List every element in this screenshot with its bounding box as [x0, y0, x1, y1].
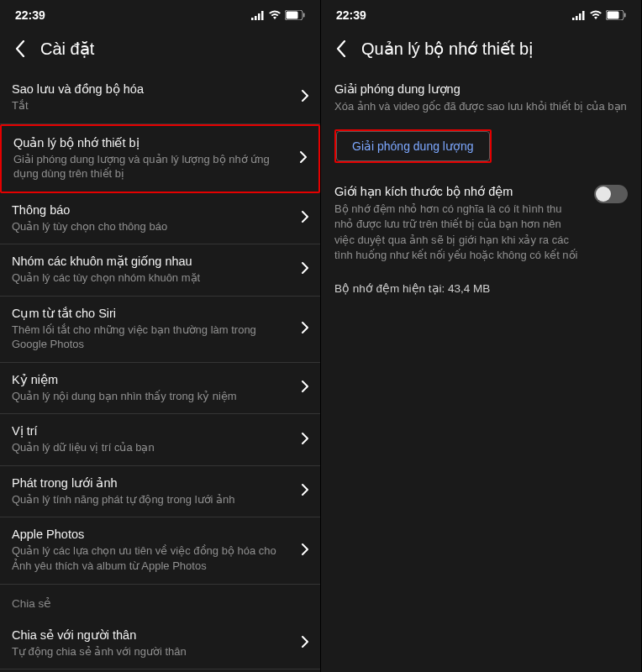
block-sub: Bộ nhớ đệm nhỏ hơn có nghĩa là có ít hìn…	[334, 202, 582, 263]
chevron-left-icon	[336, 40, 346, 57]
battery-icon	[606, 10, 626, 20]
signal-icon	[572, 11, 586, 20]
chevron-right-icon	[302, 543, 308, 559]
chevron-right-icon	[300, 151, 307, 166]
item-grid-playback[interactable]: Phát trong lưới ảnh Quản lý tính năng ph…	[0, 466, 320, 518]
chevron-right-icon	[302, 381, 308, 396]
section-share: Chia sẻ	[0, 585, 320, 618]
svg-rect-6	[303, 13, 305, 18]
item-location[interactable]: Vị trí Quản lý dữ liệu vị trí của bạn	[0, 414, 320, 466]
svg-rect-12	[608, 12, 619, 19]
manage-storage-screen: 22:39 Quản lý bộ nhớ thiết bị Giải phóng…	[321, 0, 642, 672]
item-apple-photos[interactable]: Apple Photos Quản lý các lựa chọn ưu tiê…	[0, 517, 320, 584]
item-title: Sao lưu và đồng bộ hóa	[12, 82, 292, 96]
chevron-right-icon	[302, 322, 308, 337]
item-title: Kỷ niệm	[12, 373, 292, 386]
svg-rect-2	[258, 13, 260, 20]
svg-rect-9	[579, 13, 581, 20]
block-title: Giới hạn kích thước bộ nhớ đệm	[334, 185, 582, 198]
battery-icon	[285, 10, 305, 20]
header: Quản lý bộ nhớ thiết bị	[321, 30, 641, 72]
item-share-partner[interactable]: Chia sẻ với người thân Tự động chia sẻ ả…	[0, 618, 320, 670]
status-time: 22:39	[336, 8, 366, 22]
item-sub: Tự động chia sẻ ảnh với người thân	[12, 644, 292, 659]
highlight-box: Giải phóng dung lượng	[334, 129, 492, 163]
item-title: Phát trong lưới ảnh	[12, 476, 292, 490]
settings-screen: 22:39 Cài đặt Sao lưu và đồng bộ hóa Tắt	[0, 0, 321, 672]
item-sub: Quản lý tùy chọn cho thông báo	[12, 219, 292, 234]
item-sub: Quản lý tính năng phát tự động trong lướ…	[12, 492, 292, 507]
item-backup-sync[interactable]: Sao lưu và đồng bộ hóa Tắt	[0, 72, 320, 124]
item-notifications[interactable]: Thông báo Quản lý tùy chọn cho thông báo	[0, 193, 320, 245]
status-bar: 22:39	[0, 0, 320, 30]
svg-rect-7	[572, 18, 575, 20]
item-sub: Thêm lối tắt cho những việc bạn thường l…	[12, 323, 292, 352]
chevron-right-icon	[302, 636, 308, 651]
block-sub: Xóa ảnh và video gốc đã được sao lưu khỏ…	[334, 99, 628, 114]
chevron-right-icon	[302, 262, 308, 277]
item-face-groups[interactable]: Nhóm các khuôn mặt giống nhau Quản lý cá…	[0, 244, 320, 297]
svg-rect-10	[582, 11, 585, 20]
chevron-right-icon	[302, 90, 308, 105]
item-title: Cụm từ tắt cho Siri	[12, 307, 292, 320]
back-button[interactable]	[12, 40, 29, 57]
svg-rect-13	[624, 13, 626, 18]
back-button[interactable]	[333, 40, 350, 57]
item-title: Quản lý bộ nhớ thiết bị	[13, 136, 290, 150]
block-title: Giải phóng dung lượng	[334, 82, 628, 96]
page-title: Quản lý bộ nhớ thiết bị	[361, 39, 534, 59]
item-title: Thông báo	[12, 203, 292, 217]
status-time: 22:39	[15, 8, 45, 22]
item-siri-shortcuts[interactable]: Cụm từ tắt cho Siri Thêm lối tắt cho nhữ…	[0, 297, 320, 363]
svg-rect-1	[255, 16, 257, 20]
svg-rect-0	[251, 18, 254, 20]
svg-rect-3	[261, 11, 264, 20]
chevron-right-icon	[302, 484, 308, 499]
item-sub: Quản lý dữ liệu vị trí của bạn	[12, 440, 292, 455]
current-cache-size: Bộ nhớ đệm hiện tại: 43,4 MB	[321, 273, 641, 303]
status-icons	[572, 10, 626, 20]
wifi-icon	[268, 10, 282, 20]
svg-rect-8	[576, 16, 578, 20]
item-title: Apple Photos	[12, 528, 292, 541]
free-up-space-button[interactable]: Giải phóng dung lượng	[336, 131, 490, 161]
item-sub: Tắt	[12, 98, 292, 113]
header: Cài đặt	[0, 30, 320, 72]
item-sub: Quản lý nội dung bạn nhìn thấy trong kỷ …	[12, 389, 292, 404]
limit-cache-row: Giới hạn kích thước bộ nhớ đệm Bộ nhớ đệ…	[321, 175, 641, 273]
item-sub: Giải phóng dung lượng và quản lý lượng b…	[13, 152, 290, 181]
free-up-button-wrap: Giải phóng dung lượng	[321, 124, 641, 175]
item-title: Nhóm các khuôn mặt giống nhau	[12, 255, 292, 268]
status-icons	[251, 10, 305, 20]
wifi-icon	[589, 10, 603, 20]
free-up-space-block: Giải phóng dung lượng Xóa ảnh và video g…	[321, 72, 641, 124]
page-title: Cài đặt	[40, 39, 94, 59]
item-manage-storage[interactable]: Quản lý bộ nhớ thiết bị Giải phóng dung …	[0, 124, 320, 193]
chevron-right-icon	[302, 433, 308, 448]
item-sub: Quản lý các lựa chọn ưu tiên về việc đồn…	[12, 543, 292, 573]
status-bar: 22:39	[321, 0, 641, 30]
item-memories[interactable]: Kỷ niệm Quản lý nội dung bạn nhìn thấy t…	[0, 363, 320, 415]
chevron-left-icon	[15, 40, 25, 57]
signal-icon	[251, 11, 265, 20]
settings-list: Sao lưu và đồng bộ hóa Tắt Quản lý bộ nh…	[0, 72, 320, 672]
item-title: Chia sẻ với người thân	[12, 628, 292, 642]
svg-rect-5	[287, 12, 298, 19]
item-title: Vị trí	[12, 424, 292, 438]
chevron-right-icon	[302, 211, 308, 226]
toggle-limit-cache[interactable]	[594, 185, 628, 203]
item-sub: Quản lý các tùy chọn nhóm khuôn mặt	[12, 270, 292, 286]
